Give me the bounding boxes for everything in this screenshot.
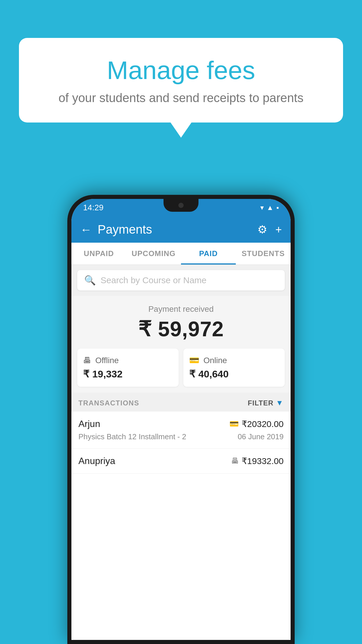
bubble-subtitle: of your students and send receipts to pa… <box>39 91 323 105</box>
status-icons: ▾ ▲ ▪ <box>260 204 279 212</box>
table-row[interactable]: Anupriya 🖶 ₹19332.00 <box>71 449 291 474</box>
search-bar[interactable]: 🔍 Search by Course or Name <box>77 270 285 290</box>
payment-received-label: Payment received <box>77 304 285 314</box>
filter-label: FILTER <box>248 399 273 407</box>
page-title: Payments <box>98 223 257 237</box>
transactions-label: TRANSACTIONS <box>78 399 139 407</box>
payment-cards: 🖶 Offline ₹ 19,332 💳 Online ₹ 40,640 <box>71 349 291 393</box>
transaction-course-1: Physics Batch 12 Installment - 2 <box>78 432 186 441</box>
search-icon: 🔍 <box>84 275 96 286</box>
battery-icon: ▪ <box>276 204 279 212</box>
header-actions: ⚙ + <box>257 223 282 236</box>
transactions-list: Arjun 💳 ₹20320.00 Physics Batch 12 Insta… <box>71 412 291 640</box>
table-row[interactable]: Arjun 💳 ₹20320.00 Physics Batch 12 Insta… <box>71 412 291 449</box>
payment-received-section: Payment received ₹ 59,972 <box>71 296 291 349</box>
phone-frame: 14:29 ▾ ▲ ▪ ← Payments ⚙ + UNPAID UPCOMI… <box>67 195 295 644</box>
content-area: 🔍 Search by Course or Name Payment recei… <box>71 265 291 640</box>
notch <box>164 199 198 212</box>
speech-bubble: Manage fees of your students and send re… <box>19 38 343 123</box>
online-amount: ₹ 40,640 <box>189 368 279 380</box>
transaction-name-1: Arjun <box>78 419 100 429</box>
transaction-amount-2: 🖶 ₹19332.00 <box>231 456 284 466</box>
online-icon: 💳 <box>189 356 199 365</box>
search-input[interactable]: Search by Course or Name <box>101 275 207 285</box>
tab-students[interactable]: STUDENTS <box>236 243 291 265</box>
offline-card-header: 🖶 Offline <box>83 356 173 365</box>
transaction-amount-1: 💳 ₹20320.00 <box>229 419 284 429</box>
transaction-name-2: Anupriya <box>78 456 115 466</box>
online-payment-icon-1: 💳 <box>229 419 239 428</box>
offline-amount: ₹ 19,332 <box>83 368 173 380</box>
app-header: ← Payments ⚙ + <box>71 216 291 243</box>
signal-icon: ▲ <box>267 204 274 212</box>
payment-received-amount: ₹ 59,972 <box>77 317 285 341</box>
online-card-header: 💳 Online <box>189 356 279 365</box>
offline-payment-icon-2: 🖶 <box>231 456 239 466</box>
transactions-header: TRANSACTIONS FILTER ▼ <box>71 393 291 412</box>
bubble-title: Manage fees <box>39 55 323 85</box>
transaction-top-2: Anupriya 🖶 ₹19332.00 <box>78 456 284 466</box>
transaction-top-1: Arjun 💳 ₹20320.00 <box>78 419 284 429</box>
phone-inner: 14:29 ▾ ▲ ▪ ← Payments ⚙ + UNPAID UPCOMI… <box>71 199 291 640</box>
online-card: 💳 Online ₹ 40,640 <box>183 349 285 387</box>
tab-unpaid[interactable]: UNPAID <box>71 243 126 265</box>
transaction-bottom-1: Physics Batch 12 Installment - 2 06 June… <box>78 432 284 441</box>
add-button[interactable]: + <box>275 223 282 236</box>
offline-label: Offline <box>95 356 119 365</box>
offline-icon: 🖶 <box>83 356 91 365</box>
tab-bar: UNPAID UPCOMING PAID STUDENTS <box>71 243 291 265</box>
filter-button[interactable]: FILTER ▼ <box>248 398 284 407</box>
filter-icon: ▼ <box>276 398 284 407</box>
tab-upcoming[interactable]: UPCOMING <box>126 243 181 265</box>
back-button[interactable]: ← <box>80 223 92 236</box>
tab-paid[interactable]: PAID <box>181 243 236 265</box>
transaction-date-1: 06 June 2019 <box>238 432 284 441</box>
wifi-icon: ▾ <box>260 204 264 212</box>
online-label: Online <box>203 356 227 365</box>
offline-card: 🖶 Offline ₹ 19,332 <box>77 349 179 387</box>
status-bar: 14:29 ▾ ▲ ▪ <box>71 199 291 216</box>
status-time: 14:29 <box>83 203 103 212</box>
settings-button[interactable]: ⚙ <box>257 223 267 236</box>
camera-dot <box>178 203 184 208</box>
speech-bubble-container: Manage fees of your students and send re… <box>19 38 343 123</box>
